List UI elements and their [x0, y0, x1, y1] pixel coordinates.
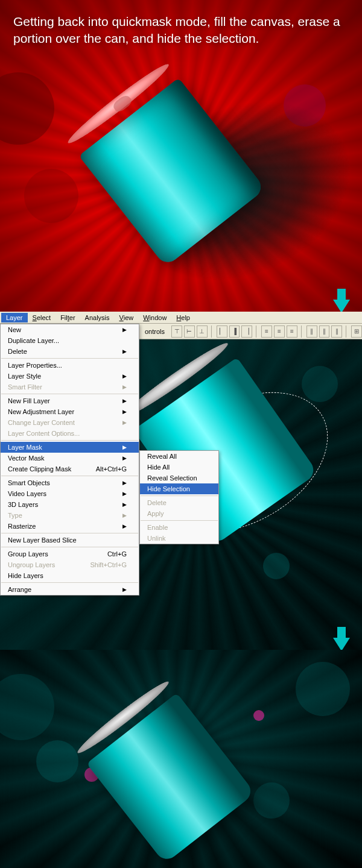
menu-separator	[141, 495, 218, 496]
distribute-left-icon[interactable]: ∥	[306, 326, 317, 338]
distribute-top-icon[interactable]: ≡	[261, 326, 272, 338]
submenu-item-reveal-selection[interactable]: Reveal Selection	[140, 473, 218, 483]
bokeh-circle	[302, 366, 338, 402]
auto-align-icon[interactable]: ⊞	[351, 326, 362, 338]
align-hcenter-icon[interactable]: ▐	[229, 326, 240, 338]
menu-item-duplicate-layer[interactable]: Duplicate Layer...	[1, 335, 139, 346]
submenu-item-hide-selection[interactable]: Hide Selection	[140, 483, 218, 494]
photoshop-ui-panel: Layer SSelectelect Filter Analysis View …	[0, 312, 362, 650]
menu-item-layer-style[interactable]: Layer Style▶	[1, 371, 139, 382]
distribute-right-icon[interactable]: ∥	[331, 326, 342, 338]
menu-separator	[1, 358, 138, 359]
menu-item-change-layer-content: Change Layer Content▶	[1, 417, 139, 428]
menu-item-new-layer-based-slice[interactable]: New Layer Based Slice	[1, 535, 139, 546]
toolbar-separator	[256, 326, 258, 338]
menu-separator	[1, 582, 138, 583]
menu-item-smart-filter: Smart Filter▶	[1, 382, 139, 392]
quickmask-preview-panel: Getting back into quickmask mode, fill t…	[0, 0, 362, 312]
toolbar-label: ontrols	[145, 328, 165, 335]
menu-item-hide-layers[interactable]: Hide Layers	[1, 570, 139, 581]
menu-item-group-layers[interactable]: Group LayersCtrl+G	[1, 549, 139, 559]
menu-item-layer-mask[interactable]: Layer Mask▶	[1, 442, 139, 453]
menu-separator	[1, 394, 138, 394]
menu-separator	[1, 476, 138, 476]
menu-item-new[interactable]: New▶	[1, 324, 139, 335]
menu-separator	[1, 547, 138, 547]
distribute-vcenter-icon[interactable]: ≡	[274, 326, 285, 338]
distribute-bottom-icon[interactable]: ≡	[287, 326, 297, 338]
menu-item-rasterize[interactable]: Rasterize▶	[1, 521, 139, 532]
menu-item-delete[interactable]: Delete▶	[1, 346, 139, 357]
menu-layer[interactable]: Layer	[1, 313, 28, 322]
step-arrow-icon	[333, 638, 350, 650]
submenu-item-enable: Enable	[140, 522, 218, 533]
menu-item-arrange[interactable]: Arrange▶	[1, 584, 139, 595]
instruction-text: Getting back into quickmask mode, fill t…	[13, 13, 349, 48]
application-menubar[interactable]: Layer SSelectelect Filter Analysis View …	[0, 312, 362, 324]
submenu-item-delete: Delete	[140, 497, 218, 508]
step-arrow-icon	[333, 300, 350, 312]
menu-item-new-adjustment-layer[interactable]: New Adjustment Layer▶	[1, 406, 139, 417]
pink-bokeh	[253, 710, 264, 721]
layer-dropdown-menu: New▶ Duplicate Layer... Delete▶ Layer Pr…	[0, 324, 139, 596]
bokeh-circle	[296, 662, 350, 716]
align-vcenter-icon[interactable]: ⊢	[184, 326, 195, 338]
result-preview-panel	[0, 650, 362, 868]
menu-view[interactable]: View	[115, 313, 139, 322]
submenu-item-reveal-all[interactable]: Reveal All	[140, 451, 218, 462]
menu-select[interactable]: SSelectelect	[28, 313, 56, 322]
toolbar-separator	[346, 326, 348, 338]
menu-item-type: Type▶	[1, 510, 139, 521]
align-top-icon[interactable]: ⊤	[171, 326, 182, 338]
menu-item-layer-content-options: Layer Content Options...	[1, 428, 139, 439]
align-right-icon[interactable]: ▕	[241, 326, 252, 338]
bokeh-circle	[263, 553, 290, 579]
bokeh-circle	[36, 740, 78, 782]
menu-separator	[141, 520, 218, 521]
menu-item-create-clipping-mask[interactable]: Create Clipping MaskAlt+Ctrl+G	[1, 464, 139, 474]
menu-item-ungroup-layers: Ungroup LayersShift+Ctrl+G	[1, 559, 139, 570]
menu-item-video-layers[interactable]: Video Layers▶	[1, 488, 139, 499]
layer-mask-submenu: Reveal All Hide All Reveal Selection Hid…	[139, 450, 219, 544]
submenu-item-unlink: Unlink	[140, 533, 218, 544]
submenu-item-apply: Apply	[140, 508, 218, 519]
menu-item-layer-properties[interactable]: Layer Properties...	[1, 360, 139, 371]
menu-separator	[1, 533, 138, 533]
bokeh-circle	[253, 782, 290, 819]
menu-separator	[1, 440, 138, 441]
submenu-item-hide-all[interactable]: Hide All	[140, 462, 218, 473]
bokeh-circle	[24, 169, 78, 223]
toolbar-separator	[301, 326, 303, 338]
menu-analysis[interactable]: Analysis	[80, 313, 115, 322]
menu-item-new-fill-layer[interactable]: New Fill Layer▶	[1, 395, 139, 406]
menu-item-vector-mask[interactable]: Vector Mask▶	[1, 453, 139, 464]
menu-item-3d-layers[interactable]: 3D Layers▶	[1, 499, 139, 510]
menu-help[interactable]: Help	[171, 313, 195, 322]
menu-filter[interactable]: Filter	[56, 313, 80, 322]
menu-window[interactable]: Window	[138, 313, 171, 322]
menu-item-smart-objects[interactable]: Smart Objects▶	[1, 477, 139, 488]
distribute-hcenter-icon[interactable]: ∥	[319, 326, 330, 338]
